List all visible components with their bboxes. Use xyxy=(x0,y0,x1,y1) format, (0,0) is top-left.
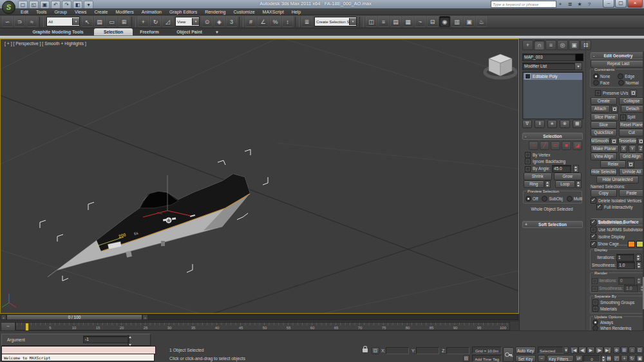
go-to-end-button[interactable]: ▶| xyxy=(603,347,612,354)
keyboard-override-button[interactable]: 3 xyxy=(226,16,237,27)
current-frame-field[interactable]: 0 xyxy=(583,355,600,362)
render-iterations-spinner[interactable] xyxy=(636,277,642,285)
select-and-scale-button[interactable]: ◿ xyxy=(162,16,173,27)
menu-views[interactable]: Views xyxy=(71,10,91,14)
msmooth-button[interactable]: MSmooth xyxy=(591,137,610,145)
relax-button[interactable]: Relax xyxy=(600,160,626,168)
spinner-snap-button[interactable]: ↕ xyxy=(282,16,293,27)
z-coordinate-field[interactable] xyxy=(446,347,469,354)
display-iterations-spinner[interactable] xyxy=(636,254,641,262)
grow-button[interactable]: Grow xyxy=(554,173,582,180)
msmooth-settings-icon[interactable] xyxy=(611,138,618,145)
maxscript-listener[interactable]: Welcome to MAXScript xyxy=(1,354,155,361)
render-iterations-checkbox[interactable] xyxy=(592,278,598,284)
shrink-button[interactable]: Shrink xyxy=(524,173,552,180)
tab-freeform[interactable]: Freeform xyxy=(130,28,169,35)
cage-color-swatch[interactable] xyxy=(628,241,635,247)
ring-spinner[interactable] xyxy=(545,180,551,188)
constraint-none-radio[interactable] xyxy=(593,73,599,79)
menu-graph-editors[interactable]: Graph Editors xyxy=(166,10,201,14)
close-button[interactable]: × xyxy=(627,0,643,8)
vertex-icon[interactable]: ∴ xyxy=(529,141,538,150)
key-filters-button[interactable]: Key Filters... xyxy=(547,355,574,362)
tab-object-paint[interactable]: Object Paint xyxy=(166,28,213,35)
absolute-offset-icon[interactable]: ⊡ xyxy=(372,347,379,354)
key-mode-arrow-icon[interactable]: ▾ xyxy=(564,347,569,354)
by-angle-checkbox[interactable] xyxy=(525,166,531,172)
smooth-result-checkbox[interactable] xyxy=(591,220,596,225)
time-config-icon[interactable]: ▤ xyxy=(606,355,612,362)
window-crossing-button[interactable]: ⊞ xyxy=(118,16,129,27)
configure-modifier-sets-icon[interactable]: ▦ xyxy=(573,120,582,128)
set-keys-button[interactable] xyxy=(503,347,514,362)
object-name-field[interactable]: MAP_003 xyxy=(522,53,576,61)
render-iterations-field[interactable]: 0 xyxy=(618,277,635,285)
element-icon[interactable]: ◪ xyxy=(573,141,582,150)
go-to-start-button[interactable]: |◀ xyxy=(570,347,578,354)
argument-field[interactable]: -1 xyxy=(83,336,129,343)
menu-customize[interactable]: Customize xyxy=(229,10,258,14)
constraint-normal-radio[interactable] xyxy=(618,80,624,86)
preview-off-radio[interactable] xyxy=(526,196,531,202)
chevron-down-icon[interactable]: ▾ xyxy=(349,18,356,25)
select-and-move-button[interactable]: + xyxy=(138,16,149,27)
planar-x-button[interactable]: X xyxy=(620,145,627,153)
loop-button[interactable]: Loop xyxy=(555,180,576,188)
render-smoothness-field[interactable]: 1.0 xyxy=(624,285,638,292)
menu-create[interactable]: Create xyxy=(90,10,111,14)
attach-button[interactable]: Attach xyxy=(591,105,610,113)
menu-tools[interactable]: Tools xyxy=(32,10,50,14)
soft-selection-rollout-header[interactable]: +Soft Selection xyxy=(522,221,583,228)
slice-plane-button[interactable]: Slice Plane xyxy=(591,113,619,121)
ribbon-config-icon[interactable]: ▾ xyxy=(213,28,222,35)
pan-button[interactable]: + xyxy=(621,355,628,362)
key-step-toggle-icon[interactable]: ⇄ xyxy=(575,355,583,362)
make-planar-button[interactable]: Make Planar xyxy=(591,145,619,153)
tab-motion-icon[interactable]: ◎ xyxy=(557,40,568,50)
edit-geometry-rollout-header[interactable]: -Edit Geometry xyxy=(591,52,644,59)
constraint-face-radio[interactable] xyxy=(593,80,599,86)
tab-display-icon[interactable]: ▣ xyxy=(569,40,580,50)
reset-plane-button[interactable]: Reset Plane xyxy=(619,121,644,129)
modifier-list-dropdown[interactable]: Modifier List xyxy=(522,62,578,70)
cut-button[interactable]: Cut xyxy=(619,129,644,137)
zoom-extents-button[interactable]: ⌂ xyxy=(629,347,636,354)
hide-unselected-button[interactable]: Hide Unselected xyxy=(596,176,639,184)
search-go-icon[interactable]: ⌖ xyxy=(556,1,564,8)
select-object-button[interactable]: ↖ xyxy=(82,16,93,27)
planar-y-button[interactable]: Y xyxy=(629,145,636,153)
collapse-button[interactable]: Collapse xyxy=(619,97,644,105)
next-frame-button[interactable]: |▶ xyxy=(595,347,603,354)
constraint-edge-radio[interactable] xyxy=(618,73,623,79)
align-button[interactable]: ≡ xyxy=(378,16,389,27)
use-pivot-center-button[interactable]: ⊙ xyxy=(202,16,213,27)
perspective-viewport[interactable]: 200 Es xyxy=(0,39,519,314)
selection-region-button[interactable]: ▭ xyxy=(106,16,117,27)
by-angle-spinner[interactable] xyxy=(573,165,579,173)
tab-create-icon[interactable]: + xyxy=(522,40,533,50)
minimize-button[interactable]: – xyxy=(603,0,614,8)
view-align-button[interactable]: View Align xyxy=(591,153,617,160)
display-smoothness-spinner[interactable] xyxy=(636,262,642,269)
x-coordinate-field[interactable] xyxy=(386,347,409,354)
copy-button[interactable]: Copy xyxy=(591,189,617,197)
slice-button[interactable]: Slice xyxy=(591,121,617,129)
3ds-max-logo-icon[interactable]: S xyxy=(2,1,15,14)
curve-editor-button[interactable]: ~ xyxy=(415,16,426,27)
modifier-stack[interactable]: Editable Poly xyxy=(522,71,583,119)
split-checkbox[interactable] xyxy=(620,115,626,120)
unlink-selection-button[interactable]: ⊃ xyxy=(14,16,25,27)
preview-subobj-radio[interactable] xyxy=(542,196,547,202)
jet-model[interactable]: 200 Es xyxy=(48,174,250,277)
tab-modify-icon[interactable]: ∩ xyxy=(534,40,545,50)
delete-isolated-checkbox[interactable] xyxy=(591,198,596,204)
render-production-button[interactable]: ♨ xyxy=(476,16,487,27)
ignore-backfacing-checkbox[interactable] xyxy=(525,158,531,164)
rendered-frame-button[interactable]: ▣ xyxy=(464,16,475,27)
select-and-link-button[interactable]: ∽ xyxy=(2,16,13,27)
maximize-viewport-button[interactable]: ▣ xyxy=(636,355,643,362)
create-button[interactable]: Create xyxy=(591,97,617,105)
chevron-down-icon[interactable]: ▾ xyxy=(72,18,79,25)
menu-maxscript[interactable]: MAXScript xyxy=(259,10,288,14)
loop-spinner[interactable] xyxy=(576,180,582,188)
